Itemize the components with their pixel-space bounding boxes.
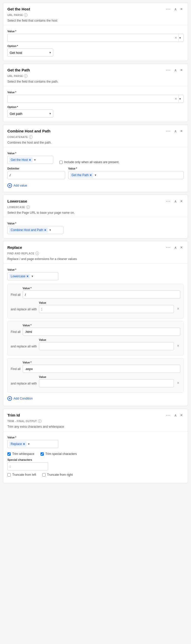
get-the-path-card: Get the Path ··· ∧ × URL PARSE i Select … <box>3 64 188 122</box>
close-button[interactable]: × <box>179 67 184 73</box>
tag2-close-button[interactable]: × <box>90 173 92 177</box>
find-input-wrapper-3: Value * <box>23 361 180 373</box>
find-row-1: Find all Value * <box>11 287 180 299</box>
find-input-3[interactable] <box>23 365 180 373</box>
badge: URL PARSE i <box>3 74 188 79</box>
tag-close-button[interactable]: × <box>26 274 29 278</box>
special-chars-input[interactable] <box>7 462 48 470</box>
close-button[interactable]: × <box>179 245 184 250</box>
more-options-button[interactable]: ··· <box>165 412 172 418</box>
value-tag-input[interactable]: Replace × ▾ <box>7 440 58 448</box>
value2-tag-input[interactable]: Get the Path × ▾ <box>68 171 184 179</box>
more-options-button[interactable]: ··· <box>165 67 172 73</box>
value-input-wrapper[interactable]: × ▾ <box>7 34 184 42</box>
add-condition-button[interactable]: + Add Condition <box>7 395 33 402</box>
find-input-1[interactable] <box>23 290 180 299</box>
collapse-button[interactable]: ∧ <box>173 199 178 204</box>
option-label: Option * <box>7 44 184 48</box>
value-label: Value * <box>7 30 184 33</box>
find-row-2: Find all Value * <box>11 324 180 336</box>
replace-input-2[interactable] <box>39 342 174 350</box>
tag-dropdown-button[interactable]: ▾ <box>28 442 30 446</box>
value-clear-button[interactable]: × <box>174 97 178 101</box>
collapse-button[interactable]: ∧ <box>173 245 178 250</box>
delimiter-label: Delimiter <box>7 167 65 170</box>
card-body: Value * Get the Host × ▾ Include only wh… <box>3 150 188 192</box>
chevron-up-icon: ∧ <box>174 68 177 72</box>
info-icon[interactable]: i <box>38 419 42 423</box>
value-dropdown-button[interactable]: ▾ <box>179 95 181 103</box>
value-input[interactable] <box>10 97 174 101</box>
close-button[interactable]: × <box>179 412 184 418</box>
close-icon: × <box>180 129 183 133</box>
value-tag-input[interactable]: Combine Host and Path × ▾ <box>7 226 63 234</box>
tag2-dropdown-button[interactable]: ▾ <box>95 173 96 177</box>
value-tag: Combine Host and Path × <box>9 227 48 233</box>
replace-row-2: and replace all with Value × <box>11 338 180 350</box>
find-replace-group-3: Find all Value * and replace all with Va… <box>7 358 184 393</box>
collapse-button[interactable]: ∧ <box>173 129 178 134</box>
close-button[interactable]: × <box>179 6 184 12</box>
card-actions: ··· ∧ × <box>165 198 184 204</box>
value-clear-button[interactable]: × <box>174 36 178 40</box>
more-options-button[interactable]: ··· <box>165 128 172 134</box>
info-icon[interactable]: i <box>35 252 39 255</box>
option-select-wrapper[interactable]: Get host ▾ <box>7 49 53 57</box>
replace-input-wrapper-1: Value <box>39 301 174 313</box>
card-description: Select the Page URL to base your page na… <box>3 210 188 217</box>
badge: URL PARSE i <box>3 13 188 18</box>
replace-input-1[interactable] <box>39 305 174 313</box>
close-button[interactable]: × <box>179 128 184 134</box>
info-icon[interactable]: i <box>26 205 30 209</box>
condition-remove-button-1[interactable]: × <box>176 306 180 313</box>
find-input-2[interactable] <box>23 328 180 336</box>
info-icon[interactable]: i <box>24 13 28 17</box>
badge: CONCATENATE i <box>3 135 188 140</box>
value-tag-input[interactable]: Lowercase × ▾ <box>7 272 58 280</box>
value-input[interactable] <box>10 36 174 40</box>
trim-whitespace-item: Trim whitespace <box>7 452 34 456</box>
tag-close-button[interactable]: × <box>23 442 25 446</box>
option-select[interactable]: Get path <box>10 112 49 116</box>
option-select-wrapper[interactable]: Get path ▾ <box>7 110 53 118</box>
replace-input-3[interactable] <box>39 379 174 387</box>
card-body: Value * × ▾ Option * Get host ▾ <box>3 28 188 61</box>
replace-row-3: and replace all with Value × <box>11 375 180 387</box>
chevron-up-icon: ∧ <box>174 246 177 250</box>
trim-special-checkbox[interactable] <box>40 452 44 456</box>
truncate-right-checkbox[interactable] <box>42 473 46 477</box>
truncate-left-checkbox[interactable] <box>7 473 11 477</box>
more-options-button[interactable]: ··· <box>165 6 172 12</box>
value-tag-input[interactable]: Get the Host × ▾ <box>7 156 53 164</box>
more-options-button[interactable]: ··· <box>165 244 172 251</box>
collapse-button[interactable]: ∧ <box>173 413 178 418</box>
condition-remove-button-2[interactable]: × <box>176 344 180 350</box>
delimiter-input[interactable] <box>7 171 65 179</box>
add-value-button[interactable]: + Add value <box>7 182 27 188</box>
info-icon[interactable]: i <box>24 74 28 78</box>
card-actions: ··· ∧ × <box>165 244 184 251</box>
tag-close-button[interactable]: × <box>29 158 31 162</box>
card-actions: ··· ∧ × <box>165 412 184 418</box>
trim-whitespace-checkbox[interactable] <box>7 452 11 456</box>
collapse-button[interactable]: ∧ <box>173 7 178 12</box>
close-icon: × <box>180 413 183 418</box>
tag-dropdown-button[interactable]: ▾ <box>34 158 36 162</box>
close-button[interactable]: × <box>179 198 184 204</box>
option-select[interactable]: Get host <box>10 51 49 55</box>
card-header: Lowercase ··· ∧ × <box>3 195 188 205</box>
replace-label-2: and replace all with <box>11 345 37 350</box>
value-input-wrapper[interactable]: × ▾ <box>7 95 184 103</box>
tag-dropdown-button[interactable]: ▾ <box>32 274 33 278</box>
truncate-left-item: Truncate from left <box>7 473 36 477</box>
ellipsis-icon: ··· <box>166 128 171 134</box>
collapse-button[interactable]: ∧ <box>173 68 178 73</box>
include-checkbox[interactable] <box>59 161 63 164</box>
more-options-button[interactable]: ··· <box>165 198 172 204</box>
value-dropdown-button[interactable]: ▾ <box>179 34 181 42</box>
tag-close-button[interactable]: × <box>44 228 46 232</box>
condition-remove-button-3[interactable]: × <box>176 381 180 387</box>
info-icon[interactable]: i <box>29 135 33 139</box>
include-checkbox-row: Include only when all values are present… <box>59 160 119 164</box>
tag-dropdown-button[interactable]: ▾ <box>49 228 51 232</box>
